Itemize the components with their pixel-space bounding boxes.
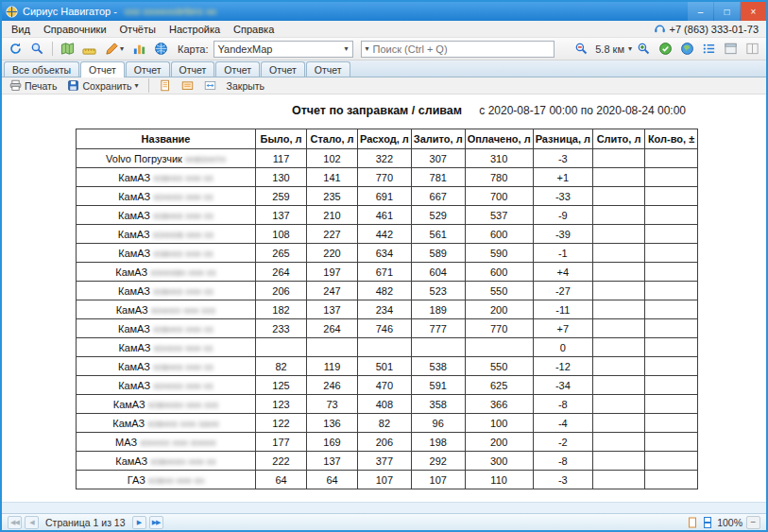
split-window-button[interactable] <box>742 40 762 59</box>
value-cell <box>645 414 698 433</box>
close-button[interactable]: × <box>741 2 766 21</box>
page-orientation-button[interactable] <box>178 78 197 93</box>
value-cell: 667 <box>411 187 465 206</box>
world-map-button[interactable] <box>677 40 697 59</box>
prev-page-button[interactable]: ◀ <box>25 516 39 529</box>
search-options-caret[interactable]: ▾ <box>362 45 373 53</box>
value-cell: 292 <box>411 452 465 471</box>
table-row: КамАЗ хоннхх ннн хх259235691667700-33 <box>77 187 698 206</box>
value-cell: 137 <box>307 452 358 471</box>
close-report-button[interactable]: Закрыть <box>223 79 268 93</box>
next-page-button[interactable]: ▶ <box>132 516 146 529</box>
menu-item[interactable]: Вид <box>5 23 37 36</box>
fit-width-button[interactable] <box>200 78 220 93</box>
maximize-button[interactable]: □ <box>714 2 740 21</box>
value-cell: 200 <box>465 433 533 452</box>
value-cell: 322 <box>358 149 412 168</box>
value-cell: 100 <box>465 414 533 433</box>
tab-report-4[interactable]: Отчет <box>215 61 260 77</box>
zoom-controls: 100% − <box>687 516 760 529</box>
value-cell <box>593 338 645 357</box>
map-select-value: YandexMap <box>218 43 273 55</box>
value-cell: 122 <box>256 414 307 433</box>
menu-item[interactable]: Отчёты <box>113 23 162 36</box>
vehicle-name-cell: КамАЗ ховннх ннн хх <box>77 206 256 225</box>
last-page-button[interactable]: ▶▶ <box>149 516 163 529</box>
tab-report-1[interactable]: Отчет <box>80 61 125 77</box>
continuous-view-button[interactable] <box>702 517 713 528</box>
value-cell: 358 <box>411 395 465 414</box>
menu-item[interactable]: Справка <box>227 23 281 36</box>
tab-report-3[interactable]: Отчет <box>171 61 215 77</box>
value-cell: 634 <box>358 244 412 263</box>
globe-button[interactable] <box>151 40 171 59</box>
redacted-text: ховннхн ннн ххх <box>148 400 218 410</box>
page-indicator: Страница 1 из 13 <box>45 517 126 528</box>
table-row: КамАЗ ховннх ннн ханн1221368296100-4 <box>77 414 698 433</box>
toolbar-separator <box>52 42 53 56</box>
horizontal-scrollbar[interactable] <box>2 502 766 513</box>
map-select[interactable]: YandexMap ▾ <box>213 41 353 58</box>
list-view-button[interactable] <box>699 40 719 59</box>
report-table: НазваниеБыло, лСтало, лРасход, лЗалито, … <box>76 129 698 489</box>
value-cell: -9 <box>533 206 592 225</box>
zoom-out-map-button[interactable] <box>572 40 591 59</box>
single-page-view-button[interactable] <box>687 517 698 528</box>
search-input[interactable] <box>373 43 554 55</box>
zoom-in-map-button[interactable] <box>634 40 654 59</box>
search-button[interactable] <box>27 40 47 59</box>
value-cell <box>358 338 412 357</box>
report-title: Отчет по заправкам / сливам <box>292 104 462 117</box>
compass-button[interactable] <box>656 40 675 59</box>
value-cell: 265 <box>256 244 307 263</box>
tab-report-6[interactable]: Отчет <box>306 61 350 77</box>
zoom-out-button[interactable]: − <box>746 516 760 529</box>
value-cell: 82 <box>256 357 307 376</box>
value-cell: 198 <box>411 433 465 452</box>
value-cell: 777 <box>411 319 465 338</box>
report-toolbar: Печать Сохранить ▾ Закрыть <box>2 77 766 94</box>
value-cell: 550 <box>465 357 533 376</box>
map-layers-button[interactable] <box>58 40 77 59</box>
column-header: Стало, л <box>307 129 358 149</box>
table-body: Volvo Погрузчик ннвоннтн117102322307310-… <box>77 149 698 489</box>
print-button[interactable]: Печать <box>6 78 60 93</box>
value-cell <box>411 338 465 357</box>
page-setup-button[interactable] <box>155 78 175 93</box>
value-cell <box>645 376 698 395</box>
value-cell: -2 <box>533 433 592 452</box>
value-cell: 746 <box>358 319 412 338</box>
minimize-button[interactable]: – <box>688 2 713 21</box>
value-cell: 442 <box>358 225 412 244</box>
redacted-text: ховннхн ннн хх <box>150 456 215 467</box>
value-cell: 247 <box>307 282 358 300</box>
value-cell: 538 <box>411 357 465 376</box>
vehicle-name-cell: ГАЗ ховнн ннн хн <box>77 471 256 489</box>
value-cell: 671 <box>358 263 412 282</box>
ruler-button[interactable] <box>79 40 99 59</box>
draw-tool-button[interactable]: ▾ <box>101 40 128 59</box>
first-page-button[interactable]: ◀◀ <box>8 516 22 529</box>
menu-item[interactable]: Справочники <box>37 23 113 36</box>
printer-icon <box>9 79 22 92</box>
chart-button[interactable] <box>129 40 149 59</box>
panel-layout-button[interactable] <box>721 40 741 59</box>
value-cell: 107 <box>358 471 412 489</box>
scale-caret[interactable]: ▾ <box>628 45 632 53</box>
value-cell: 102 <box>307 149 358 168</box>
save-button[interactable]: Сохранить ▾ <box>63 78 142 93</box>
menu-item[interactable]: Настройка <box>162 23 227 36</box>
value-cell: -11 <box>533 300 592 319</box>
value-cell: 189 <box>411 300 465 319</box>
report-header: Отчет по заправкам / сливам с 2020-08-17… <box>76 104 678 121</box>
redacted-text: хоннхх ннн ххх <box>151 305 216 316</box>
tab-all-objects[interactable]: Все объекты <box>4 61 79 77</box>
tab-report-5[interactable]: Отчет <box>261 61 305 77</box>
value-cell: 117 <box>256 149 307 168</box>
headset-icon <box>654 23 666 35</box>
tab-report-2[interactable]: Отчет <box>126 61 170 77</box>
column-header: Залито, л <box>411 129 465 149</box>
refresh-button[interactable] <box>6 40 26 59</box>
value-cell: 408 <box>358 395 412 414</box>
value-cell <box>645 433 698 452</box>
